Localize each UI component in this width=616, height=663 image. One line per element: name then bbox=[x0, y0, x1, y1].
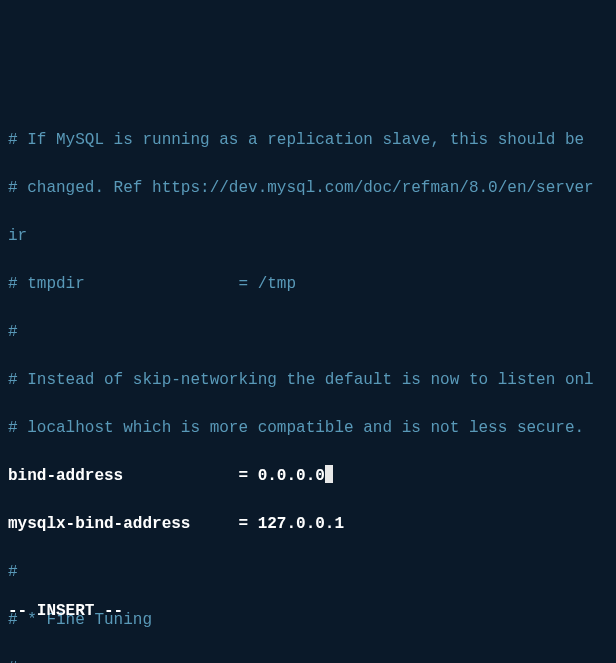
comment-line: # tmpdir = /tmp bbox=[8, 272, 608, 296]
comment-line: # changed. Ref https://dev.mysql.com/doc… bbox=[8, 176, 608, 200]
comment-line: ir bbox=[8, 224, 608, 248]
comment-line: # bbox=[8, 656, 608, 663]
vim-mode-indicator: -- INSERT -- bbox=[8, 599, 123, 623]
text-cursor bbox=[325, 465, 333, 483]
comment-line: # bbox=[8, 320, 608, 344]
bind-address-setting: bind-address = 0.0.0.0 bbox=[8, 467, 325, 485]
config-line-mysqlx-bind: mysqlx-bind-address = 127.0.0.1 bbox=[8, 512, 608, 536]
comment-line: # If MySQL is running as a replication s… bbox=[8, 128, 608, 152]
comment-line: # bbox=[8, 560, 608, 584]
comment-line: # Instead of skip-networking the default… bbox=[8, 368, 608, 392]
comment-line: # localhost which is more compatible and… bbox=[8, 416, 608, 440]
editor-content[interactable]: # If MySQL is running as a replication s… bbox=[8, 104, 608, 663]
config-line-bind-address: bind-address = 0.0.0.0 bbox=[8, 464, 608, 488]
